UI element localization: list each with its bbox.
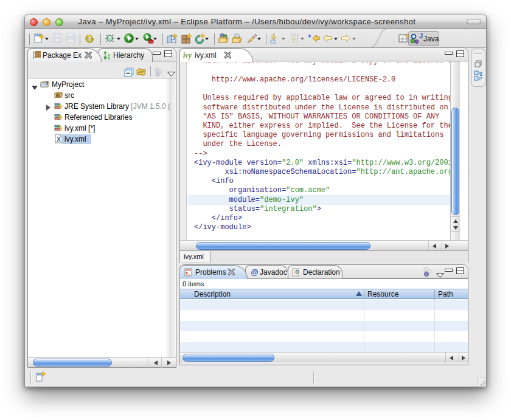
svg-text:ivy: ivy [183, 51, 192, 60]
svg-text:X: X [57, 136, 61, 143]
svg-text:J: J [45, 80, 47, 86]
